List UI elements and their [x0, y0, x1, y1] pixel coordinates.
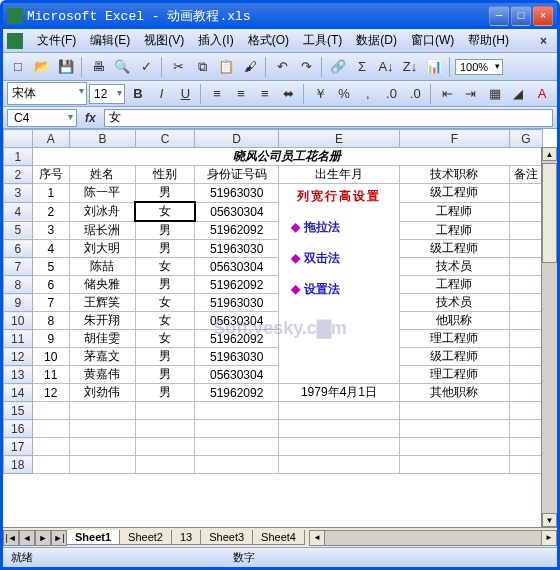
cell[interactable]: 51963030 — [195, 348, 279, 366]
cell[interactable]: 刘劲伟 — [69, 384, 135, 402]
comma-icon[interactable]: , — [357, 83, 379, 105]
link-icon[interactable]: 🔗 — [327, 56, 349, 78]
menu-view[interactable]: 视图(V) — [138, 30, 190, 51]
cell[interactable]: 工程师 — [399, 276, 509, 294]
sheet-tab[interactable]: Sheet3 — [200, 530, 253, 545]
cell[interactable]: 11 — [32, 366, 69, 384]
cell[interactable] — [69, 438, 135, 456]
cell[interactable]: 女 — [135, 312, 194, 330]
cell[interactable] — [278, 402, 399, 420]
cell[interactable] — [509, 294, 542, 312]
redo-icon[interactable]: ↷ — [295, 56, 317, 78]
sheet-tab[interactable]: Sheet2 — [119, 530, 172, 545]
horizontal-scrollbar[interactable] — [309, 530, 557, 546]
cell[interactable] — [509, 420, 542, 438]
cell[interactable] — [509, 384, 542, 402]
cell[interactable]: 工程师 — [399, 202, 509, 221]
cell[interactable] — [69, 402, 135, 420]
cell[interactable] — [399, 420, 509, 438]
cell[interactable]: 51962092 — [195, 330, 279, 348]
tab-nav-last-icon[interactable]: ►| — [51, 530, 67, 546]
cell[interactable]: 3 — [32, 221, 69, 240]
row-header[interactable]: 9 — [4, 294, 33, 312]
cell[interactable]: 51962092 — [195, 276, 279, 294]
inc-decimal-icon[interactable]: .0 — [381, 83, 403, 105]
sort-desc-icon[interactable]: Z↓ — [399, 56, 421, 78]
cell[interactable] — [509, 276, 542, 294]
cell[interactable] — [399, 402, 509, 420]
cell[interactable]: 男 — [135, 221, 194, 240]
indent-out-icon[interactable]: ⇤ — [436, 83, 458, 105]
cell[interactable]: 男 — [135, 184, 194, 203]
formula-input[interactable]: 女 — [104, 109, 553, 127]
col-header-d[interactable]: D — [195, 130, 279, 148]
cell[interactable] — [509, 202, 542, 221]
menu-tools[interactable]: 工具(T) — [297, 30, 348, 51]
cell[interactable]: 1979年4月1日 — [278, 384, 399, 402]
row-header[interactable]: 6 — [4, 240, 33, 258]
font-combo[interactable]: 宋体 — [7, 82, 87, 105]
cell[interactable]: 女 — [135, 330, 194, 348]
cell[interactable]: 4 — [32, 240, 69, 258]
cell[interactable]: 琚长洲 — [69, 221, 135, 240]
chart-icon[interactable]: 📊 — [423, 56, 445, 78]
cell[interactable]: 技术职称 — [399, 166, 509, 184]
titlebar[interactable]: Microsoft Excel - 动画教程.xls ─ □ × — [3, 3, 557, 29]
cell[interactable] — [135, 402, 194, 420]
cell[interactable]: 理工程师 — [399, 366, 509, 384]
cell[interactable]: 女 — [135, 294, 194, 312]
cell[interactable]: 男 — [135, 384, 194, 402]
align-left-icon[interactable]: ≡ — [206, 83, 228, 105]
row-header[interactable]: 12 — [4, 348, 33, 366]
new-icon[interactable]: □ — [7, 56, 29, 78]
cell[interactable] — [509, 184, 542, 203]
spell-icon[interactable]: ✓ — [135, 56, 157, 78]
cell[interactable] — [32, 456, 69, 474]
cell[interactable]: 6 — [32, 276, 69, 294]
cell[interactable]: 级工程师 — [399, 348, 509, 366]
cell[interactable] — [135, 456, 194, 474]
fill-icon[interactable]: ◢ — [507, 83, 529, 105]
cell[interactable]: 8 — [32, 312, 69, 330]
cell[interactable] — [509, 221, 542, 240]
cell[interactable]: 女 — [135, 258, 194, 276]
bold-icon[interactable]: B — [127, 83, 149, 105]
row-header[interactable]: 10 — [4, 312, 33, 330]
workbook-close-button[interactable]: × — [534, 34, 553, 48]
paste-icon[interactable]: 📋 — [215, 56, 237, 78]
cell[interactable]: 理工程师 — [399, 330, 509, 348]
cell[interactable]: 5 — [32, 258, 69, 276]
row-header[interactable]: 2 — [4, 166, 33, 184]
col-header-g[interactable]: G — [509, 130, 542, 148]
cell[interactable]: 技术员 — [399, 258, 509, 276]
cell[interactable] — [69, 420, 135, 438]
cell[interactable] — [509, 456, 542, 474]
menu-file[interactable]: 文件(F) — [31, 30, 82, 51]
border-icon[interactable]: ▦ — [484, 83, 506, 105]
cell[interactable] — [69, 456, 135, 474]
row-header[interactable]: 7 — [4, 258, 33, 276]
cell[interactable]: 10 — [32, 348, 69, 366]
cell[interactable]: 备注 — [509, 166, 542, 184]
underline-icon[interactable]: U — [175, 83, 197, 105]
cell[interactable] — [509, 240, 542, 258]
cell[interactable]: 他职称 — [399, 312, 509, 330]
col-header-a[interactable]: A — [32, 130, 69, 148]
menu-format[interactable]: 格式(O) — [242, 30, 295, 51]
cell[interactable]: 性别 — [135, 166, 194, 184]
row-header[interactable]: 16 — [4, 420, 33, 438]
row-header[interactable]: 4 — [4, 202, 33, 221]
cell[interactable]: 技术员 — [399, 294, 509, 312]
cell[interactable] — [135, 438, 194, 456]
select-all[interactable] — [4, 130, 33, 148]
cell[interactable]: 05630304 — [195, 258, 279, 276]
cell[interactable]: 51963030 — [195, 240, 279, 258]
cell[interactable]: 陈喆 — [69, 258, 135, 276]
cell[interactable]: 05630304 — [195, 366, 279, 384]
tab-nav-prev-icon[interactable]: ◄ — [19, 530, 35, 546]
italic-icon[interactable]: I — [151, 83, 173, 105]
name-box[interactable]: C4 — [7, 109, 77, 127]
cell[interactable]: 其他职称 — [399, 384, 509, 402]
cell[interactable]: 男 — [135, 348, 194, 366]
cut-icon[interactable]: ✂ — [167, 56, 189, 78]
